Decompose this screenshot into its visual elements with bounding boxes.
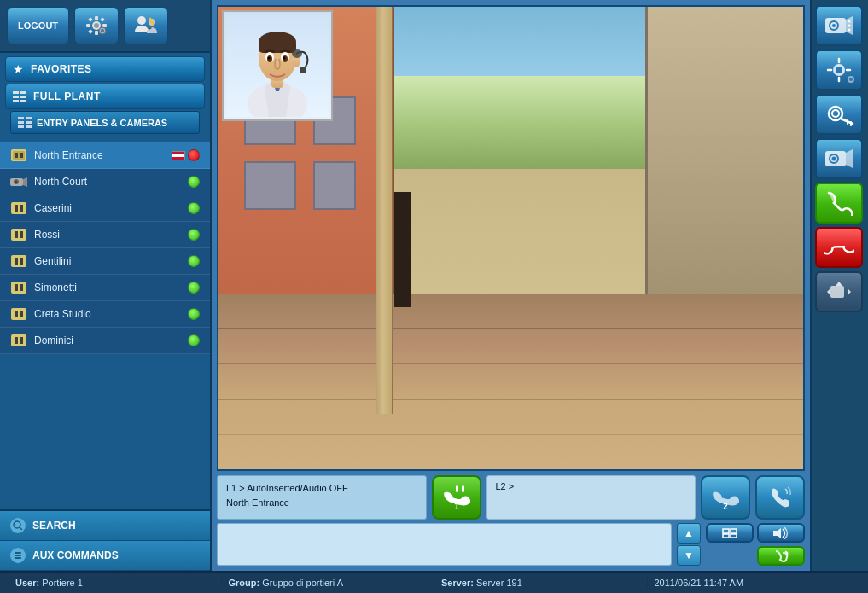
entry-item-north-entrance[interactable]: North Entrance — [0, 142, 210, 169]
settings-button[interactable] — [74, 7, 119, 44]
full-plant-label: FULL PLANT — [33, 90, 101, 102]
key-button[interactable] — [815, 94, 863, 135]
entry-item-rossi[interactable]: Rossi — [0, 222, 210, 248]
svg-rect-4 — [86, 24, 90, 27]
status-green-dominici — [188, 334, 200, 346]
search-icon — [10, 518, 26, 533]
svg-rect-20 — [13, 100, 19, 102]
favorites-label: FAVORITES — [31, 63, 92, 75]
entry-item-dominici[interactable]: Dominici — [0, 328, 210, 354]
entry-item-simonetti[interactable]: Simonetti — [0, 275, 210, 301]
ground-area — [218, 294, 803, 469]
svg-rect-38 — [20, 205, 23, 212]
status-server: Server: Server 191 — [434, 578, 648, 588]
volume-icon — [772, 527, 790, 539]
svg-rect-3 — [95, 31, 98, 35]
status-green-simonetti — [188, 282, 200, 294]
svg-rect-80 — [723, 534, 729, 538]
expand-icon — [721, 527, 738, 539]
pillar — [376, 7, 394, 414]
users-button[interactable] — [124, 7, 168, 44]
status-datetime: 2011/06/21 11:47 AM — [648, 578, 860, 588]
camera-pan-button[interactable] — [815, 271, 863, 312]
call-line-2-box: L2 > — [486, 475, 696, 520]
controls-panel: L1 > AutoInserted/Audio OFF North Entran… — [217, 475, 805, 566]
svg-point-90 — [848, 20, 851, 23]
svg-rect-74 — [456, 485, 458, 492]
svg-point-89 — [832, 24, 836, 27]
panel-icon-simonetti — [10, 279, 27, 296]
record-button[interactable] — [815, 138, 863, 179]
call-line-2-button[interactable]: 2 — [701, 475, 750, 520]
entry-name-dominici: Dominici — [34, 334, 188, 346]
panel-icon-gentilini-svg — [11, 255, 26, 267]
svg-point-73 — [292, 49, 302, 58]
scroll-up-button[interactable]: ▲ — [677, 523, 701, 544]
text-input-row: ▲ ▼ — [217, 523, 805, 566]
app-container: LOGOUT — [0, 0, 868, 593]
key-icon — [824, 102, 854, 127]
svg-point-94 — [836, 67, 842, 73]
volume-button[interactable] — [757, 523, 805, 543]
svg-rect-37 — [15, 205, 18, 212]
svg-text:1: 1 — [454, 502, 459, 511]
svg-rect-30 — [15, 153, 18, 158]
svg-rect-2 — [95, 16, 98, 20]
scroll-buttons: ▲ ▼ — [677, 523, 701, 566]
panel-icon-rossi — [10, 226, 27, 243]
green-call-button[interactable] — [815, 183, 863, 224]
svg-rect-79 — [731, 529, 737, 533]
svg-rect-110 — [830, 286, 844, 298]
phone-handset-button[interactable] — [755, 475, 805, 520]
door-open-button[interactable] — [757, 546, 805, 566]
scroll-down-button[interactable]: ▼ — [677, 545, 701, 566]
entry-name-gentilini: Gentilini — [34, 255, 188, 267]
svg-rect-57 — [15, 555, 21, 556]
entry-list: North Entrance — [0, 139, 210, 509]
svg-rect-51 — [11, 334, 26, 346]
camera-switch-icon — [824, 13, 854, 38]
svg-rect-7 — [100, 17, 105, 22]
svg-rect-27 — [26, 125, 32, 128]
aux-commands-item[interactable]: AUX COMMANDS — [0, 541, 210, 571]
svg-marker-82 — [773, 528, 781, 538]
entry-item-creta-studio[interactable]: Creta Studio — [0, 301, 210, 328]
status-green-caserini — [188, 202, 200, 214]
entry-item-north-court[interactable]: North Court — [0, 169, 210, 195]
sidebar-header: LOGOUT — [0, 0, 210, 53]
expand-button[interactable] — [706, 523, 754, 543]
entry-name-caserini: Caserini — [34, 202, 188, 214]
entry-item-gentilini[interactable]: Gentilini — [0, 248, 210, 275]
door-answer-icon — [772, 550, 789, 562]
entry-panels-section[interactable]: ENTRY PANELS & CAMERAS — [10, 111, 200, 134]
svg-line-55 — [20, 527, 22, 530]
sidebar-item-full-plant[interactable]: FULL PLANT — [5, 84, 205, 109]
svg-rect-42 — [11, 255, 26, 267]
svg-rect-58 — [15, 557, 21, 559]
camera-switch-button[interactable] — [815, 5, 863, 46]
panel-icon-simonetti-svg — [11, 282, 26, 294]
call-row: L1 > AutoInserted/Audio OFF North Entran… — [217, 475, 805, 520]
logout-button[interactable]: LOGOUT — [7, 7, 69, 44]
brightness-button[interactable] — [815, 49, 863, 90]
search-item[interactable]: SEARCH — [0, 511, 210, 541]
svg-rect-41 — [20, 231, 23, 238]
call-line-1-button[interactable]: 1 — [432, 475, 481, 520]
svg-point-72 — [300, 67, 306, 73]
svg-point-11 — [101, 29, 104, 32]
message-input[interactable] — [217, 523, 672, 566]
status-green-north-court — [188, 176, 200, 188]
entry-name-simonetti: Simonetti — [34, 282, 188, 294]
record-icon — [824, 146, 854, 172]
entry-panels-label: ENTRY PANELS & CAMERAS — [37, 118, 167, 128]
sidebar-item-favorites[interactable]: ★ FAVORITES — [5, 56, 205, 82]
svg-rect-48 — [11, 308, 26, 320]
datetime-value: 2011/06/21 11:47 AM — [655, 578, 744, 588]
svg-text:2: 2 — [723, 502, 728, 511]
entry-item-caserini[interactable]: Caserini — [0, 195, 210, 222]
svg-rect-47 — [20, 284, 23, 291]
svg-rect-21 — [20, 100, 26, 102]
svg-rect-26 — [18, 125, 24, 128]
red-end-call-button[interactable] — [815, 227, 863, 268]
entry-panel-icon — [10, 147, 27, 164]
